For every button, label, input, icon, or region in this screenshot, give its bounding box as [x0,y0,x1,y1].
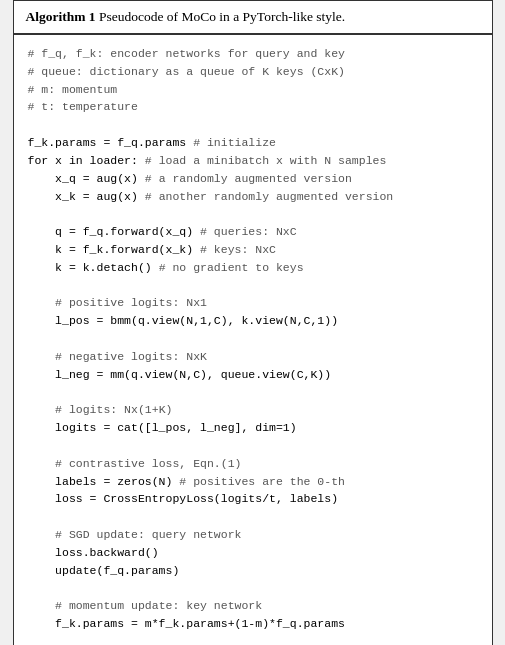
algorithm-label: Algorithm 1 [26,9,96,24]
comment-line-1: # f_q, f_k: encoder networks for query a… [28,47,345,113]
algorithm-title: Pseudocode of MoCo in a PyTorch-like sty… [99,9,345,24]
algorithm-container: Algorithm 1 Pseudocode of MoCo in a PyTo… [13,0,493,645]
algorithm-header: Algorithm 1 Pseudocode of MoCo in a PyTo… [14,1,492,35]
algorithm-body: # f_q, f_k: encoder networks for query a… [14,35,492,645]
code-line-init: f_k.params = f_q.params # initialize for… [28,136,394,645]
